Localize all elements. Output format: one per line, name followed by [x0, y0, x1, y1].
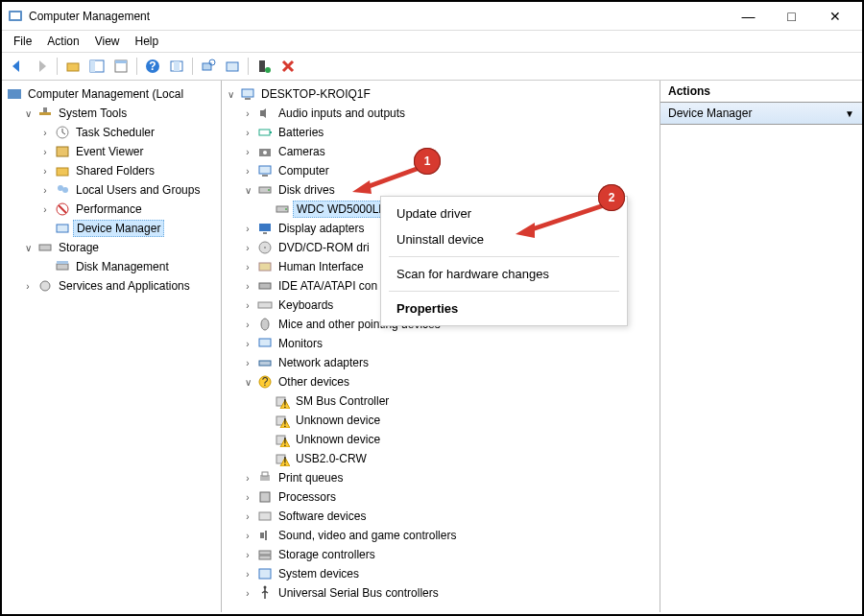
device-category[interactable]: IDE ATA/ATAPI con	[276, 278, 380, 294]
back-button[interactable]	[6, 55, 29, 78]
toolbar: ?	[2, 52, 862, 81]
expand-icon[interactable]: ›	[241, 471, 254, 485]
expand-icon[interactable]: ›	[241, 298, 254, 312]
menu-help[interactable]: Help	[128, 33, 167, 50]
help-button[interactable]: ?	[141, 55, 164, 78]
nav-device-manager[interactable]: Device Manager	[73, 220, 164, 237]
expand-icon[interactable]: ›	[241, 126, 254, 139]
device-category[interactable]: Batteries	[276, 125, 326, 140]
device-item[interactable]: SM Bus Controller	[293, 393, 392, 409]
svg-rect-74	[259, 569, 271, 579]
device-category[interactable]: Cameras	[276, 144, 328, 159]
expand-icon[interactable]: ›	[38, 183, 52, 197]
device-category[interactable]: Disk drives	[276, 182, 338, 198]
device-category[interactable]: Other devices	[276, 374, 352, 390]
device-tree-pane[interactable]: ∨DESKTOP-KROIQ1F ›Audio inputs and outpu…	[221, 81, 660, 612]
scan-hardware-button[interactable]	[197, 55, 220, 78]
expand-icon[interactable]: ∨	[241, 375, 254, 389]
device-category[interactable]: Storage controllers	[276, 547, 378, 562]
svg-rect-17	[39, 112, 51, 115]
expand-icon[interactable]: ›	[241, 586, 254, 600]
forward-button[interactable]	[30, 55, 53, 78]
computer-mgmt-icon	[7, 86, 22, 102]
monitor-icon	[257, 336, 273, 351]
svg-point-29	[40, 281, 50, 291]
expand-icon[interactable]: ∨	[21, 107, 35, 120]
expand-icon[interactable]: ›	[38, 126, 52, 139]
device-category[interactable]: Processors	[276, 489, 339, 505]
expand-icon[interactable]: ∨	[241, 183, 254, 197]
nav-system-tools[interactable]: System Tools	[56, 106, 130, 121]
enable-device-button[interactable]	[252, 55, 276, 78]
expand-icon[interactable]: ›	[241, 164, 254, 178]
expand-icon[interactable]: ›	[241, 509, 254, 523]
expand-icon[interactable]: ›	[241, 318, 254, 331]
device-category[interactable]: Display adapters	[276, 221, 367, 236]
up-button[interactable]	[61, 55, 84, 78]
device-category[interactable]: Keyboards	[276, 297, 336, 313]
expand-icon[interactable]: ›	[241, 222, 254, 235]
device-category[interactable]: Software devices	[276, 509, 369, 524]
expand-icon[interactable]: ›	[21, 279, 35, 293]
expand-icon[interactable]: ›	[241, 490, 254, 504]
menu-file[interactable]: File	[6, 33, 39, 50]
maximize-button[interactable]: □	[770, 3, 813, 30]
expand-icon[interactable]: ›	[241, 356, 254, 369]
device-category[interactable]: DVD/CD-ROM dri	[276, 240, 372, 255]
expand-icon[interactable]: ›	[241, 260, 254, 273]
device-category[interactable]: Computer	[276, 163, 332, 178]
menu-action[interactable]: Action	[39, 33, 86, 50]
expand-icon[interactable]: ›	[38, 164, 52, 178]
device-category[interactable]: Monitors	[276, 336, 325, 351]
expand-icon[interactable]: ›	[241, 107, 254, 120]
context-scan-hardware[interactable]: Scan for hardware changes	[381, 261, 627, 287]
device-root[interactable]: DESKTOP-KROIQ1F	[258, 86, 373, 102]
expand-icon[interactable]: ›	[241, 567, 254, 580]
console-tree[interactable]: Computer Management (Local ∨System Tools…	[2, 81, 221, 612]
expand-icon[interactable]: ›	[241, 279, 254, 293]
uninstall-device-button[interactable]	[276, 55, 300, 78]
svg-text:?: ?	[262, 375, 269, 389]
context-properties[interactable]: Properties	[381, 296, 627, 321]
device-category[interactable]: Audio inputs and outputs	[276, 106, 408, 121]
nav-shared-folders[interactable]: Shared Folders	[73, 163, 157, 178]
device-category[interactable]: Human Interface	[276, 259, 367, 274]
properties-button[interactable]	[109, 55, 132, 78]
toolbar-button-6[interactable]	[165, 55, 188, 78]
expand-icon[interactable]: ›	[241, 337, 254, 350]
nav-storage[interactable]: Storage	[56, 240, 102, 255]
device-item[interactable]: Unknown device	[293, 432, 383, 447]
nav-services-apps[interactable]: Services and Applications	[56, 278, 193, 294]
show-hide-console-tree-button[interactable]	[85, 55, 108, 78]
nav-task-scheduler[interactable]: Task Scheduler	[73, 125, 157, 140]
battery-icon	[257, 125, 273, 140]
expand-icon[interactable]: ›	[241, 145, 254, 158]
collapse-icon[interactable]: ∨	[224, 87, 237, 101]
device-category[interactable]: Network adapters	[276, 355, 372, 370]
nav-root[interactable]: Computer Management (Local	[25, 86, 186, 102]
expand-icon[interactable]: ›	[241, 548, 254, 561]
nav-event-viewer[interactable]: Event Viewer	[73, 144, 146, 159]
nav-performance[interactable]: Performance	[73, 201, 145, 217]
actions-device-manager[interactable]: Device Manager ▼	[660, 103, 862, 125]
svg-point-23	[62, 187, 68, 193]
device-item[interactable]: Unknown device	[293, 413, 383, 428]
svg-point-75	[264, 586, 267, 589]
menu-view[interactable]: View	[87, 33, 128, 50]
expand-icon[interactable]: ›	[241, 241, 254, 254]
nav-disk-management[interactable]: Disk Management	[73, 259, 172, 274]
nav-users-groups[interactable]: Local Users and Groups	[73, 182, 203, 198]
minimize-button[interactable]: —	[727, 3, 770, 30]
expand-icon[interactable]: ∨	[21, 241, 35, 254]
device-category[interactable]: System devices	[276, 566, 362, 581]
svg-rect-21	[57, 168, 68, 176]
toolbar-button-8[interactable]	[221, 55, 244, 78]
device-item[interactable]: USB2.0-CRW	[293, 451, 370, 466]
close-button[interactable]: ✕	[813, 3, 856, 30]
device-category[interactable]: Universal Serial Bus controllers	[276, 585, 442, 601]
expand-icon[interactable]: ›	[38, 202, 52, 216]
expand-icon[interactable]: ›	[241, 529, 254, 542]
device-category[interactable]: Sound, video and game controllers	[276, 528, 459, 543]
expand-icon[interactable]: ›	[38, 145, 52, 158]
device-category[interactable]: Print queues	[276, 470, 346, 486]
